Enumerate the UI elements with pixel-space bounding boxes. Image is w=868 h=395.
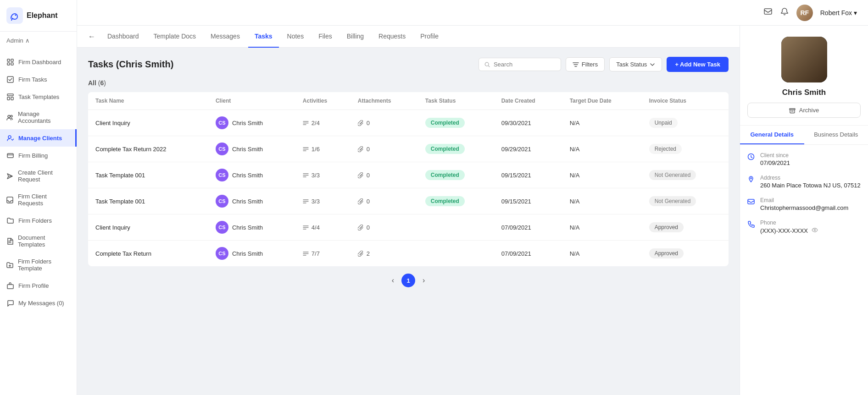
sidebar-item-create-client-request[interactable]: Create Client Request <box>0 164 77 188</box>
table-row[interactable]: Task Template 001 CS Chris Smith 3/3 0 <box>88 188 729 214</box>
back-button[interactable]: ← <box>88 33 95 41</box>
tasks-header: Tasks (Chris Smith) Filters Task Status <box>88 57 729 72</box>
activities-cell: 4/4 <box>295 214 351 241</box>
task-status-cell: Completed <box>418 136 494 162</box>
svg-rect-4 <box>7 63 10 65</box>
tab-profile[interactable]: Profile <box>414 26 445 48</box>
client-name: Chris Smith <box>232 198 263 205</box>
client-cell: CS Chris Smith <box>208 188 295 214</box>
tab-messages[interactable]: Messages <box>204 26 246 48</box>
attachments-cell: 0 <box>351 214 418 241</box>
file-text-icon <box>6 237 13 245</box>
table-row[interactable]: Complete Tax Return 2022 CS Chris Smith … <box>88 136 729 162</box>
detail-items: Client since 07/09/2021 Address 260 Main… <box>740 145 868 250</box>
location-icon <box>747 176 755 185</box>
header-username[interactable]: Robert Fox ▾ <box>820 9 857 16</box>
svg-point-17 <box>485 62 489 66</box>
sub-nav: ← Dashboard Template Docs Messages Tasks… <box>77 26 740 48</box>
tab-requests[interactable]: Requests <box>372 26 412 48</box>
col-task-status: Task Status <box>418 92 494 110</box>
date-created-cell: 07/09/2021 <box>494 214 562 241</box>
date-created-cell: 07/09/2021 <box>494 241 562 267</box>
table-row[interactable]: Client Inquiry CS Chris Smith 4/4 0 <box>88 214 729 241</box>
admin-menu[interactable]: Admin ∧ <box>0 32 77 49</box>
tab-files[interactable]: Files <box>312 26 339 48</box>
client-since-value: 07/09/2021 <box>760 159 790 166</box>
invoice-status-badge: Approved <box>649 248 684 258</box>
address-item: Address 260 Main Place Totowa NJ US, 075… <box>747 175 861 189</box>
sidebar-item-firm-client-requests[interactable]: Firm Client Requests <box>0 188 77 212</box>
tab-dashboard[interactable]: Dashboard <box>101 26 145 48</box>
activities-cell: 3/3 <box>295 188 351 214</box>
invoice-status-badge: Not Generated <box>649 170 696 180</box>
tab-tasks[interactable]: Tasks <box>248 26 279 48</box>
search-input[interactable] <box>494 61 555 68</box>
chevron-down-icon <box>650 62 655 67</box>
toggle-phone-visibility-button[interactable] <box>812 227 818 235</box>
prev-page-button[interactable]: ‹ <box>388 274 398 286</box>
tab-billing[interactable]: Billing <box>340 26 370 48</box>
sidebar-item-manage-accountants[interactable]: Manage Accountants <box>0 105 77 129</box>
briefcase-icon <box>6 282 14 289</box>
attachment-icon <box>358 198 364 204</box>
sidebar-item-firm-folders-template[interactable]: Firm Folders Template <box>0 253 77 277</box>
sidebar-item-firm-billing[interactable]: Firm Billing <box>0 147 77 164</box>
tab-general-details[interactable]: General Details <box>740 126 804 144</box>
sidebar-item-firm-dashboard[interactable]: Firm Dashboard <box>0 53 77 71</box>
task-status-cell <box>418 241 494 267</box>
svg-rect-0 <box>6 7 23 24</box>
sidebar-item-manage-clients[interactable]: Manage Clients <box>0 129 77 147</box>
svg-point-10 <box>8 115 10 117</box>
task-status-badge: Completed <box>425 118 465 128</box>
client-avatar: CS <box>216 143 228 155</box>
client-since-item: Client since 07/09/2021 <box>747 152 861 166</box>
profile-name: Chris Smith <box>782 88 826 97</box>
attachment-icon <box>358 251 364 257</box>
filters-button[interactable]: Filters <box>566 57 605 71</box>
messages-icon-button[interactable] <box>763 7 773 18</box>
logo: Elephant <box>0 0 77 32</box>
table-row[interactable]: Complete Tax Return CS Chris Smith 7/7 2 <box>88 241 729 267</box>
folder-plus-icon <box>6 261 13 269</box>
send-icon <box>6 172 13 180</box>
sidebar-item-task-templates[interactable]: Task Templates <box>0 88 77 105</box>
sidebar-item-firm-tasks[interactable]: Firm Tasks <box>0 71 77 88</box>
table-row[interactable]: Task Template 001 CS Chris Smith 3/3 0 <box>88 162 729 188</box>
invoice-status-cell: Not Generated <box>642 162 729 188</box>
archive-icon <box>789 107 796 114</box>
activities-cell: 2/4 <box>295 110 351 136</box>
sidebar-item-document-templates[interactable]: Document Templates <box>0 229 77 253</box>
archive-button[interactable]: Archive <box>747 103 861 118</box>
sidebar-item-firm-folders[interactable]: Firm Folders <box>0 212 77 229</box>
attachments-cell: 0 <box>351 162 418 188</box>
sidebar: Elephant Admin ∧ Firm Dashboard Firm Tas… <box>0 0 77 395</box>
search-box <box>479 58 561 71</box>
grid-icon <box>6 58 14 66</box>
table-row[interactable]: Client Inquiry CS Chris Smith 2/4 0 <box>88 110 729 136</box>
task-name-cell: Client Inquiry <box>88 110 208 136</box>
svg-rect-3 <box>11 59 13 61</box>
client-avatar: CS <box>216 169 228 181</box>
invoice-status-cell: Unpaid <box>642 110 729 136</box>
notifications-icon-button[interactable] <box>780 7 789 18</box>
sidebar-item-my-messages[interactable]: My Messages (0) <box>0 294 77 312</box>
attachments-cell: 0 <box>351 110 418 136</box>
page-1-button[interactable]: 1 <box>401 274 415 287</box>
task-status-cell <box>418 214 494 241</box>
user-check-icon <box>6 134 14 142</box>
tasks-count: All (6) <box>88 79 729 87</box>
svg-rect-7 <box>7 94 13 96</box>
next-page-button[interactable]: › <box>419 274 428 286</box>
sidebar-item-firm-profile[interactable]: Firm Profile <box>0 277 77 294</box>
tab-notes[interactable]: Notes <box>281 26 311 48</box>
svg-rect-18 <box>790 109 795 110</box>
center-panel: ← Dashboard Template Docs Messages Tasks… <box>77 26 740 395</box>
attachment-icon <box>358 146 364 152</box>
add-task-button[interactable]: + Add New Task <box>667 57 729 72</box>
tab-business-details[interactable]: Business Details <box>804 126 868 144</box>
task-status-button[interactable]: Task Status <box>609 57 662 71</box>
tasks-title: Tasks (Chris Smith) <box>88 59 173 70</box>
client-name: Chris Smith <box>232 120 263 126</box>
folder-icon <box>6 217 14 224</box>
tab-template-docs[interactable]: Template Docs <box>147 26 203 48</box>
